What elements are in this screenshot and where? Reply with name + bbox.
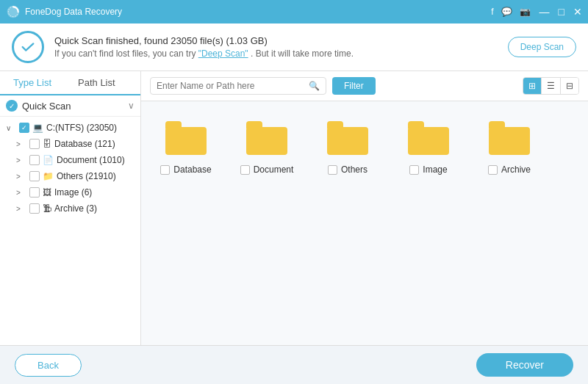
others-label: Others (21910)	[57, 171, 116, 181]
search-icon: 🔍	[309, 81, 320, 91]
database-expand-arrow[interactable]: >	[16, 140, 26, 148]
deep-scan-link[interactable]: "Deep Scan"	[198, 48, 248, 59]
app-title: FoneDog Data Recovery	[25, 7, 491, 17]
database-file-checkbox[interactable]	[160, 165, 170, 175]
document-folder-icon	[241, 116, 293, 160]
database-icon: 🗄	[43, 139, 51, 149]
tree-item-archive[interactable]: > 🗜 Archive (3)	[0, 200, 140, 217]
deep-scan-button[interactable]: Deep Scan	[508, 37, 576, 57]
tree-item-others[interactable]: > 📁 Others (21910)	[0, 168, 140, 184]
tree-item-drive-c[interactable]: ∨ 💻 C:(NTFS) (23050)	[0, 120, 140, 136]
archive-label: Archive (3)	[54, 203, 97, 214]
database-file-row: Database	[160, 164, 211, 175]
others-file-checkbox[interactable]	[328, 165, 337, 175]
chat-icon[interactable]: 💬	[501, 7, 512, 17]
image-checkbox[interactable]	[29, 187, 40, 198]
window-controls: — □ ✕	[539, 6, 582, 18]
search-input[interactable]	[157, 81, 306, 91]
filter-bar: 🔍 Filter ⊞ ☰ ⊟	[141, 71, 588, 101]
file-item-database[interactable]: Database	[153, 116, 219, 175]
others-file-row: Others	[328, 164, 368, 175]
image-file-row: Image	[409, 164, 447, 175]
tab-path-list[interactable]: Path List	[65, 71, 129, 95]
detail-view-button[interactable]: ⊟	[561, 78, 578, 94]
sidebar: Type List Path List Quick Scan ∨ ∨ 💻 C:(…	[0, 71, 141, 345]
tab-bar: Type List Path List	[0, 71, 140, 95]
document-file-row: Document	[240, 164, 294, 175]
line2-prefix: If you can't find lost files, you can tr…	[54, 48, 198, 59]
maximize-button[interactable]: □	[559, 6, 564, 18]
database-checkbox[interactable]	[29, 139, 40, 149]
tree-item-document[interactable]: > 📄 Document (1010)	[0, 152, 140, 168]
archive-checkbox[interactable]	[29, 203, 40, 214]
file-item-others[interactable]: Others	[315, 116, 381, 175]
image-icon: 🖼	[43, 187, 51, 198]
success-indicator	[12, 31, 44, 63]
scan-expand-arrow[interactable]: ∨	[128, 101, 135, 111]
tree-item-image[interactable]: > 🖼 Image (6)	[0, 184, 140, 200]
scan-result-line1: Quick Scan finished, found 23050 file(s)…	[54, 35, 508, 46]
close-button[interactable]: ✕	[573, 6, 582, 18]
camera-icon[interactable]: 📷	[520, 7, 531, 17]
document-icon: 📄	[43, 155, 54, 165]
drive-icon: 💻	[32, 123, 43, 133]
scan-type-label: Quick Scan	[22, 101, 128, 112]
footer: Back Recover	[0, 345, 588, 384]
archive-file-name: Archive	[501, 164, 531, 175]
archive-expand-arrow[interactable]: >	[16, 205, 26, 213]
archive-file-row: Archive	[488, 164, 531, 175]
tab-type-list[interactable]: Type List	[0, 71, 65, 95]
image-expand-arrow[interactable]: >	[16, 189, 26, 197]
file-item-image[interactable]: Image	[395, 116, 462, 175]
check-icon	[20, 39, 36, 55]
minimize-button[interactable]: —	[539, 6, 550, 18]
header-bar: Quick Scan finished, found 23050 file(s)…	[0, 23, 588, 71]
document-expand-arrow[interactable]: >	[16, 156, 26, 164]
drive-checkbox[interactable]	[19, 123, 29, 133]
recover-button[interactable]: Recover	[476, 353, 573, 377]
image-label: Image (6)	[54, 187, 92, 198]
image-file-name: Image	[423, 164, 447, 175]
search-box[interactable]: 🔍	[150, 77, 326, 95]
others-icon: 📁	[43, 171, 54, 181]
tree-item-database[interactable]: > 🗄 Database (121)	[0, 136, 140, 152]
document-label: Document (1010)	[57, 155, 125, 165]
line2-suffix: . But it will take more time.	[251, 48, 354, 59]
document-file-name: Document	[254, 164, 294, 175]
image-folder-icon	[403, 116, 454, 160]
main-area: Type List Path List Quick Scan ∨ ∨ 💻 C:(…	[0, 71, 588, 345]
drive-label: C:(NTFS) (23050)	[46, 123, 117, 133]
archive-icon: 🗜	[43, 203, 51, 214]
document-file-checkbox[interactable]	[240, 165, 250, 175]
others-folder-icon	[322, 116, 373, 160]
database-file-name: Database	[173, 164, 211, 175]
scan-result-line2: If you can't find lost files, you can tr…	[54, 48, 508, 59]
back-button[interactable]: Back	[15, 354, 82, 377]
titlebar: FoneDog Data Recovery f 💬 📷 — □ ✕	[0, 0, 588, 23]
database-folder-icon	[160, 116, 212, 160]
archive-folder-icon	[484, 116, 535, 160]
others-file-name: Others	[341, 164, 368, 175]
list-view-button[interactable]: ☰	[542, 78, 561, 94]
header-message: Quick Scan finished, found 23050 file(s)…	[54, 35, 508, 59]
grid-view-button[interactable]: ⊞	[523, 78, 542, 94]
others-checkbox[interactable]	[29, 171, 40, 181]
scan-type-row: Quick Scan ∨	[0, 95, 140, 117]
database-label: Database (121)	[54, 139, 115, 149]
drive-expand-arrow[interactable]: ∨	[6, 124, 16, 132]
file-grid: Database Document	[141, 101, 588, 345]
view-controls: ⊞ ☰ ⊟	[523, 77, 579, 95]
others-expand-arrow[interactable]: >	[16, 173, 26, 181]
archive-file-checkbox[interactable]	[488, 165, 498, 175]
image-file-checkbox[interactable]	[409, 165, 419, 175]
right-panel: 🔍 Filter ⊞ ☰ ⊟ Database	[141, 71, 588, 345]
filter-button[interactable]: Filter	[332, 77, 376, 95]
scan-check-icon	[6, 100, 18, 112]
document-checkbox[interactable]	[29, 155, 40, 165]
file-tree: ∨ 💻 C:(NTFS) (23050) > 🗄 Database (121) …	[0, 117, 140, 345]
social-links: f 💬 📷	[491, 7, 530, 17]
file-item-document[interactable]: Document	[234, 116, 300, 175]
file-item-archive[interactable]: Archive	[476, 116, 542, 175]
app-icon	[6, 4, 21, 19]
facebook-icon[interactable]: f	[491, 7, 493, 17]
